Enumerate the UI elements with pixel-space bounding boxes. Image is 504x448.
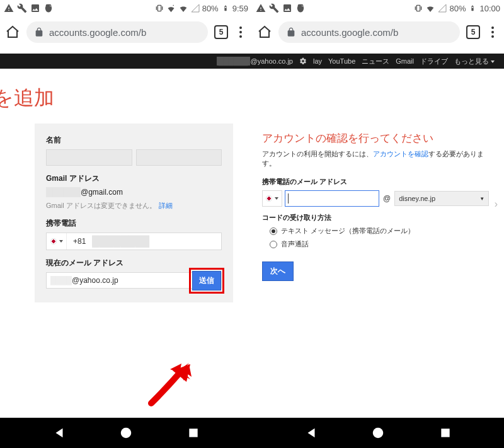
- svg-point-8: [373, 428, 384, 439]
- domain-select[interactable]: disney.ne.jp: [394, 191, 489, 206]
- gbar-item[interactable]: ニュース: [362, 57, 389, 66]
- nav-back[interactable]: [51, 425, 67, 441]
- svg-rect-1: [224, 7, 226, 8]
- gbar-more[interactable]: もっと見る: [454, 57, 495, 66]
- gbar-item[interactable]: lay: [313, 57, 322, 65]
- gbar-email-masked: ██████: [217, 57, 250, 66]
- phone-email-input[interactable]: [285, 190, 379, 207]
- warning-icon: [256, 3, 266, 13]
- annotation-arrow: [145, 365, 195, 410]
- wifi-icon: [178, 3, 188, 13]
- url-text: accounts.google.com/b: [49, 27, 146, 38]
- tab-count[interactable]: 5: [214, 25, 228, 39]
- wrench-icon: [269, 3, 279, 13]
- submit-highlight: 送信: [189, 268, 224, 294]
- last-name-input[interactable]: ████: [136, 149, 222, 166]
- lock-icon: [286, 27, 296, 37]
- menu-icon[interactable]: [234, 26, 247, 38]
- nav-home[interactable]: [370, 425, 386, 441]
- image-icon: [30, 3, 40, 13]
- svg-point-6: [121, 428, 132, 439]
- page-title: ail を追加: [0, 84, 252, 112]
- status-bar: 80% 10:00: [252, 0, 504, 16]
- clock: 10:00: [479, 4, 500, 13]
- cat-icon: [43, 3, 54, 13]
- lock-icon: [34, 27, 44, 37]
- svg-rect-7: [189, 428, 197, 437]
- svg-rect-0: [158, 5, 161, 11]
- clock: 9:59: [232, 4, 248, 13]
- gmail-details-link[interactable]: 詳細: [159, 202, 173, 209]
- status-bar: 80% 9:59: [0, 0, 252, 16]
- chevron-right-icon: ›: [495, 198, 498, 210]
- home-icon[interactable]: [5, 25, 20, 40]
- signal-icon: [437, 3, 447, 13]
- phone-input[interactable]: ████████: [92, 236, 221, 247]
- google-bar: ██████@yahoo.co.jp lay YouTube ニュース Gmai…: [0, 54, 504, 69]
- at-symbol: @: [382, 194, 392, 203]
- image-icon: [282, 3, 292, 13]
- label-phone: 携帯電話: [46, 218, 222, 229]
- battery-percent: 80%: [202, 4, 219, 13]
- label-method: コードの受け取り方法: [262, 213, 494, 222]
- nav-back[interactable]: [303, 425, 319, 441]
- gmail-hint: Gmail アドレスは変更できません。: [46, 202, 156, 209]
- signal-icon: [190, 3, 200, 13]
- gbar-item[interactable]: ドライブ: [420, 57, 448, 66]
- battery-icon: [467, 3, 478, 13]
- gbar-item[interactable]: Gmail: [396, 57, 414, 65]
- url-bar[interactable]: accounts.google.com/b: [26, 21, 208, 43]
- verify-link[interactable]: アカウントを確認: [373, 150, 428, 158]
- gbar-item[interactable]: YouTube: [328, 57, 355, 65]
- svg-rect-9: [441, 428, 449, 437]
- gmail-value: ██████@gmail.com: [46, 188, 222, 197]
- home-icon[interactable]: [257, 25, 272, 40]
- cat-icon: [295, 3, 306, 13]
- vibrate-icon: [154, 3, 164, 13]
- radio-voice-call[interactable]: 音声通話: [270, 239, 486, 249]
- svg-rect-5: [472, 7, 474, 8]
- battery-icon: [220, 3, 231, 13]
- wrench-icon: [17, 3, 27, 13]
- label-current-email: 現在のメール アドレス: [46, 258, 222, 268]
- battery-percent: 80%: [449, 4, 466, 13]
- nav-recent[interactable]: [185, 425, 202, 441]
- verify-subtitle: アカウントの利用を開始するには、アカウントを確認する必要があります。: [262, 149, 494, 168]
- radio-text-message[interactable]: テキスト メッセージ（携帯電話のメール）: [270, 226, 486, 236]
- label-name: 名前: [46, 135, 222, 146]
- phone-prefix: +81: [71, 237, 88, 246]
- nav-home[interactable]: [118, 425, 134, 441]
- country-flag-select[interactable]: [47, 233, 67, 250]
- warning-icon: [4, 3, 14, 13]
- browser-toolbar: accounts.google.com/b 5: [252, 16, 504, 48]
- tab-count[interactable]: 5: [466, 25, 480, 39]
- nav-recent[interactable]: [437, 425, 454, 441]
- menu-icon[interactable]: [486, 26, 499, 38]
- verify-title: アカウントの確認を行ってください: [262, 131, 494, 146]
- submit-button[interactable]: 送信: [192, 271, 221, 290]
- label-gmail: Gmail アドレス: [46, 173, 222, 184]
- browser-toolbar: accounts.google.com/b 5: [0, 16, 252, 48]
- vibrate-icon: [413, 3, 423, 13]
- svg-rect-4: [417, 5, 420, 11]
- android-nav-bar: [0, 418, 504, 448]
- next-button[interactable]: 次へ: [262, 261, 294, 281]
- label-phone-email: 携帯電話のメール アドレス: [262, 177, 494, 187]
- url-text: accounts.google.com/b: [301, 27, 398, 38]
- url-bar[interactable]: accounts.google.com/b: [278, 21, 460, 43]
- first-name-input[interactable]: ████: [46, 149, 132, 166]
- wifi-plus-icon: [166, 3, 176, 13]
- gear-icon[interactable]: [299, 57, 307, 65]
- wifi-icon: [425, 3, 435, 13]
- form-card: 名前 ████ ████ Gmail アドレス ██████@gmail.com…: [35, 123, 233, 302]
- country-flag-select[interactable]: [262, 190, 282, 207]
